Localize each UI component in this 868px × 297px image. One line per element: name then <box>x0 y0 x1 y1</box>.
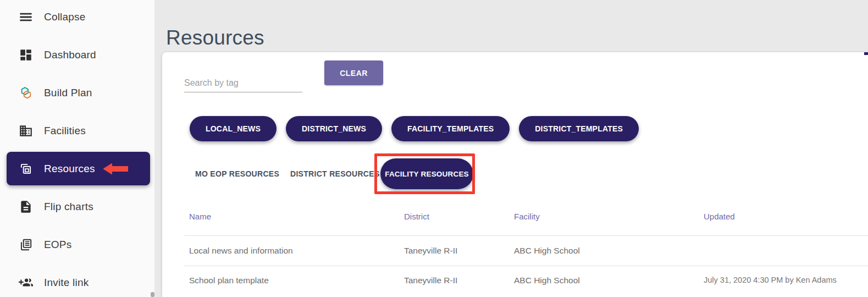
tag-chip-district-news[interactable]: DISTRICT_NEWS <box>286 116 382 141</box>
sidebar-item-dashboard[interactable]: Dashboard <box>0 36 154 74</box>
column-header-name[interactable]: Name <box>189 212 211 221</box>
sidebar-item-invite-link[interactable]: Invite link <box>0 263 154 297</box>
sidebar-item-label: Dashboard <box>44 49 96 61</box>
cell-district: Taneyville R-II <box>404 246 457 256</box>
sidebar-item-build-plan[interactable]: Build Plan <box>0 74 154 112</box>
sidebar-item-label: Collapse <box>44 11 86 23</box>
cell-facility: ABC High School <box>514 246 580 256</box>
column-header-updated[interactable]: Updated <box>704 212 735 221</box>
clipped-element-edge <box>864 52 868 55</box>
column-header-facility[interactable]: Facility <box>514 212 540 221</box>
sidebar: Collapse Dashboard Build Plan <box>0 0 154 297</box>
dashboard-icon <box>19 48 33 62</box>
sidebar-item-label: Resources <box>44 163 95 175</box>
row-divider <box>184 266 868 266</box>
cell-district: Taneyville R-II <box>404 276 457 285</box>
library-books-icon <box>19 238 33 252</box>
sidebar-item-flip-charts[interactable]: Flip charts <box>0 188 154 226</box>
stacked-copies-icon <box>19 162 33 176</box>
tab-mo-eop-resources[interactable]: MO EOP RESOURCES <box>195 169 279 178</box>
app-window: Collapse Dashboard Build Plan <box>0 0 868 297</box>
column-header-district[interactable]: District <box>404 212 429 221</box>
building-icon <box>19 124 33 138</box>
red-annotation-arrow-icon <box>103 163 129 175</box>
sidebar-item-label: Invite link <box>44 277 89 289</box>
sidebar-item-label: Facilities <box>44 125 86 137</box>
sidebar-item-label: EOPs <box>44 239 71 251</box>
tag-chip-local-news[interactable]: LOCAL_NEWS <box>190 116 277 141</box>
clear-button[interactable]: CLEAR <box>324 61 383 85</box>
sidebar-item-label: Flip charts <box>44 201 93 213</box>
cell-name: School plan template <box>189 276 269 285</box>
tab-district-resources[interactable]: DISTRICT RESOURCES <box>290 169 380 178</box>
main-content: Resources CLEAR LOCAL_NEWS DISTRICT_NEWS… <box>154 0 868 297</box>
sidebar-item-label: Build Plan <box>44 87 92 99</box>
cell-facility: ABC High School <box>514 276 580 285</box>
sidebar-scrollbar-thumb[interactable] <box>151 292 154 297</box>
sidebar-item-eops[interactable]: EOPs <box>0 226 154 263</box>
tag-chips-row: LOCAL_NEWS DISTRICT_NEWS FACILITY_TEMPLA… <box>190 116 639 141</box>
document-icon <box>19 200 33 214</box>
page-title: Resources <box>166 26 264 50</box>
tab-facility-resources[interactable]: FACILITY RESOURCES <box>380 158 473 189</box>
tag-chip-facility-templates[interactable]: FACILITY_TEMPLATES <box>391 116 510 141</box>
cell-name: Local news and information <box>189 246 293 256</box>
sidebar-item-resources[interactable]: Resources <box>7 152 150 185</box>
sidebar-item-facilities[interactable]: Facilities <box>0 112 154 150</box>
hamburger-menu-icon <box>19 10 33 24</box>
sidebar-item-collapse[interactable]: Collapse <box>0 0 154 36</box>
cell-updated: July 31, 2020 4:30 PM by Ken Adams <box>704 276 837 284</box>
row-divider <box>184 235 868 236</box>
resources-card: CLEAR LOCAL_NEWS DISTRICT_NEWS FACILITY_… <box>162 52 868 297</box>
search-by-tag-input[interactable] <box>184 74 302 92</box>
build-plan-logo-icon <box>19 86 33 100</box>
tag-chip-district-templates[interactable]: DISTRICT_TEMPLATES <box>519 116 639 141</box>
person-add-icon <box>19 276 33 290</box>
search-field <box>184 74 302 92</box>
